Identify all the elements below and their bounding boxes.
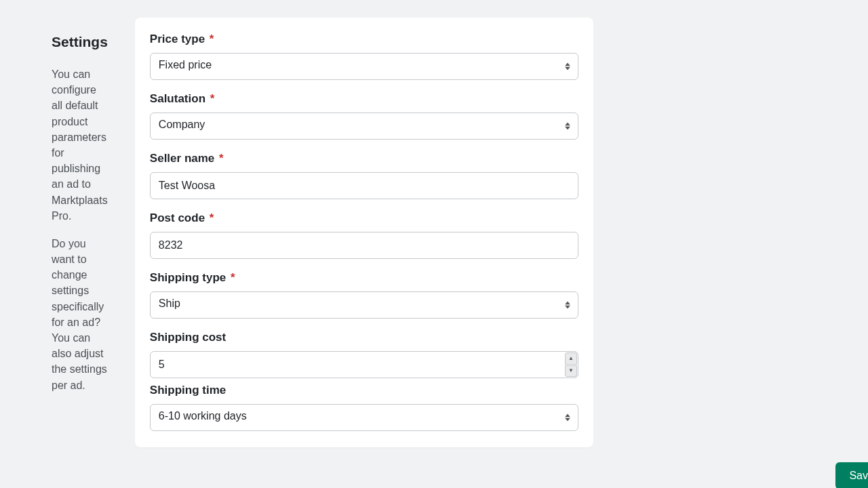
post-code-group: Post code * (150, 211, 578, 259)
shipping-cost-group: Shipping cost ▲ ▼ (150, 331, 578, 378)
seller-name-label-text: Seller name (150, 152, 214, 165)
seller-name-group: Seller name * (150, 152, 578, 199)
shipping-cost-label: Shipping cost (150, 331, 578, 344)
salutation-label-text: Salutation (150, 92, 205, 105)
salutation-value: Company (150, 113, 578, 140)
salutation-select[interactable]: Company (150, 113, 578, 140)
required-mark: * (231, 271, 235, 284)
price-type-value: Fixed price (150, 53, 578, 80)
number-stepper: ▲ ▼ (565, 352, 577, 377)
shipping-time-label: Shipping time (150, 384, 578, 397)
settings-layout: Settings You can configure all default p… (0, 0, 868, 488)
salutation-group: Salutation * Company (150, 92, 578, 140)
settings-desc-2: Do you want to change settings specifica… (52, 236, 108, 393)
shipping-time-group: Shipping time 6-10 working days (150, 384, 578, 431)
shipping-cost-stepper: ▲ ▼ (150, 351, 578, 378)
stepper-down-button[interactable]: ▼ (565, 365, 577, 378)
form-footer: Save (135, 447, 868, 488)
save-button[interactable]: Save (835, 462, 868, 488)
shipping-time-select[interactable]: 6-10 working days (150, 404, 578, 431)
shipping-type-group: Shipping type * Ship (150, 271, 578, 319)
required-mark: * (210, 92, 215, 105)
price-type-select[interactable]: Fixed price (150, 53, 578, 80)
settings-title: Settings (52, 34, 108, 50)
post-code-label-text: Post code (150, 211, 205, 224)
shipping-cost-input[interactable] (150, 351, 578, 378)
main-column: Price type * Fixed price Salutation * (135, 0, 868, 488)
price-type-group: Price type * Fixed price (150, 33, 578, 80)
settings-desc-1: You can configure all default product pa… (52, 66, 108, 224)
required-mark: * (210, 33, 214, 45)
settings-form-card: Price type * Fixed price Salutation * (135, 18, 593, 447)
shipping-type-label: Shipping type * (150, 271, 578, 285)
seller-name-input[interactable] (150, 172, 578, 199)
seller-name-label: Seller name * (150, 152, 578, 165)
stepper-up-button[interactable]: ▲ (565, 352, 577, 365)
price-type-label-text: Price type (150, 33, 205, 45)
price-type-label: Price type * (150, 33, 578, 46)
shipping-type-label-text: Shipping type (150, 271, 226, 284)
caret-up-icon: ▲ (568, 356, 574, 361)
post-code-input[interactable] (150, 232, 578, 259)
caret-down-icon: ▼ (568, 368, 574, 373)
required-mark: * (210, 211, 214, 224)
salutation-label: Salutation * (150, 92, 578, 106)
shipping-type-select[interactable]: Ship (150, 291, 578, 319)
settings-sidebar: Settings You can configure all default p… (0, 0, 135, 488)
post-code-label: Post code * (150, 211, 578, 225)
required-mark: * (219, 152, 224, 165)
shipping-type-value: Ship (150, 291, 578, 319)
shipping-time-value: 6-10 working days (150, 404, 578, 431)
